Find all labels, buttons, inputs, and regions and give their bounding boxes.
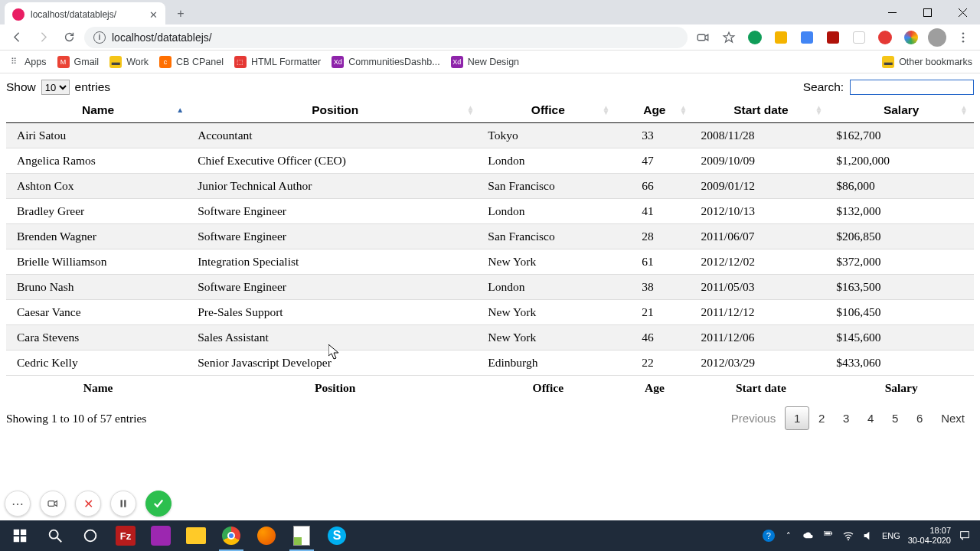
tab-favicon (12, 8, 24, 21)
table-row[interactable]: Bradley GreerSoftware EngineerLondon4120… (6, 199, 974, 224)
nav-forward-button[interactable] (32, 27, 54, 48)
length-prefix: Show (6, 80, 36, 93)
taskbar-file-explorer[interactable] (179, 520, 213, 551)
browser-toolbar: i (0, 24, 980, 51)
table-row[interactable]: Brielle WilliamsonIntegration Specialist… (6, 249, 974, 275)
pagination-next[interactable]: Next (932, 407, 974, 429)
profile-avatar[interactable] (926, 27, 948, 48)
site-info-icon[interactable]: i (93, 31, 106, 44)
cell-salary: $145,600 (828, 325, 974, 350)
window-minimize-button[interactable] (874, 0, 910, 24)
svg-point-6 (962, 36, 965, 38)
column-header[interactable]: Age▲▼ (616, 98, 693, 123)
bookmark-star-icon[interactable] (718, 27, 740, 48)
cell-office: London (480, 199, 616, 224)
recorder-cancel-button[interactable]: ✕ (75, 491, 101, 517)
browser-tab[interactable]: localhost/datatablejs/ ✕ (5, 2, 165, 27)
extension-icon-5[interactable] (848, 27, 870, 48)
window-close-button[interactable] (945, 0, 980, 24)
extension-icon-6[interactable] (874, 27, 896, 48)
bookmark-label: CB CPanel (176, 57, 224, 67)
column-header[interactable]: Office▲▼ (480, 98, 616, 123)
table-row[interactable]: Angelica RamosChief Executive Officer (C… (6, 148, 974, 174)
tab-close-icon[interactable]: ✕ (149, 9, 158, 21)
search-button[interactable] (38, 520, 72, 551)
cell-position: Pre-Sales Support (190, 300, 480, 325)
bookmark-item[interactable]: XdNew Design (451, 56, 519, 68)
address-bar[interactable]: i (84, 27, 688, 48)
bookmark-item[interactable]: ▬Work (109, 56, 149, 68)
recorder-camera-button[interactable] (40, 491, 66, 517)
sort-icon: ▲▼ (680, 106, 688, 115)
length-select[interactable]: 10 (41, 80, 70, 95)
tray-battery-icon[interactable] (822, 530, 835, 542)
cell-position: Sales Assistant (190, 325, 480, 350)
pagination-page[interactable]: 4 (858, 407, 883, 429)
table-row[interactable]: Brenden WagnerSoftware EngineerSan Franc… (6, 224, 974, 249)
recorder-done-button[interactable] (145, 491, 172, 517)
window-maximize-button[interactable] (910, 0, 945, 24)
table-row[interactable]: Caesar VancePre-Sales SupportNew York212… (6, 300, 974, 325)
extension-icon-7[interactable] (900, 27, 922, 48)
pagination-page[interactable]: 2 (809, 407, 834, 429)
other-bookmarks[interactable]: ▬ Other bookmarks (882, 56, 972, 68)
pagination-page[interactable]: 6 (907, 407, 932, 429)
column-header[interactable]: Salary▲▼ (828, 98, 974, 123)
taskbar-notepad[interactable] (285, 520, 318, 551)
browser-menu-icon[interactable] (952, 27, 974, 48)
cell-name: Cara Stevens (6, 325, 190, 350)
nav-back-button[interactable] (6, 27, 28, 48)
table-row[interactable]: Cara StevensSales AssistantNew York46201… (6, 325, 974, 350)
pagination-page[interactable]: 1 (785, 406, 809, 430)
tray-language[interactable]: ENG (882, 531, 900, 540)
nav-reload-button[interactable] (58, 27, 80, 48)
tray-chevron-up-icon[interactable]: ˄ (782, 530, 795, 542)
table-row[interactable]: Cedric KellySenior Javascript DeveloperE… (6, 350, 974, 376)
column-footer: Position (190, 376, 480, 401)
search-input[interactable] (850, 80, 974, 95)
cell-position: Software Engineer (190, 275, 480, 300)
url-input[interactable] (112, 31, 678, 44)
window-titlebar: localhost/datatablejs/ ✕ + (0, 0, 980, 24)
table-row[interactable]: Ashton CoxJunior Technical AuthorSan Fra… (6, 174, 974, 199)
svg-rect-4 (697, 34, 705, 41)
taskbar-firefox[interactable] (250, 520, 283, 551)
pagination-previous[interactable]: Previous (722, 407, 785, 429)
tray-volume-icon[interactable] (862, 530, 874, 542)
taskbar-skype[interactable]: S (320, 520, 354, 551)
column-header[interactable]: Start date▲▼ (693, 98, 828, 123)
taskbar-chrome[interactable] (214, 520, 248, 551)
recorder-more-button[interactable]: ⋯ (5, 491, 31, 517)
bookmark-item[interactable]: cCB CPanel (159, 56, 224, 68)
extension-icon-1[interactable] (744, 27, 766, 48)
extension-icon-2[interactable] (770, 27, 792, 48)
taskbar-filezilla[interactable]: Fz (109, 520, 142, 551)
tray-onedrive-icon[interactable] (802, 530, 815, 542)
tray-help-icon[interactable]: ? (763, 530, 775, 542)
recorder-pause-button[interactable] (110, 491, 136, 517)
column-header[interactable]: Name▲ (6, 98, 190, 123)
column-header[interactable]: Position▲▼ (190, 98, 480, 123)
bookmark-item[interactable]: MGmail (57, 56, 100, 68)
cortana-button[interactable] (74, 520, 107, 551)
start-button[interactable] (3, 520, 37, 551)
extension-icon-4[interactable] (822, 27, 844, 48)
taskbar-app-purple[interactable] (144, 520, 178, 551)
table-info: Showing 1 to 10 of 57 entries (6, 412, 146, 425)
bookmark-item[interactable]: ⬚HTML Formatter (234, 56, 321, 68)
tray-wifi-icon[interactable] (842, 530, 854, 542)
bookmark-item[interactable]: ⠿Apps (8, 56, 47, 68)
pagination-page[interactable]: 3 (834, 407, 858, 429)
sort-icon: ▲ (176, 108, 184, 112)
bookmark-item[interactable]: XdCommunitiesDashb... (332, 56, 440, 68)
tray-clock[interactable]: 18:07 30-04-2020 (908, 526, 951, 546)
table-row[interactable]: Bruno NashSoftware EngineerLondon382011/… (6, 275, 974, 300)
extension-icon-3[interactable] (796, 27, 818, 48)
table-row[interactable]: Airi SatouAccountantTokyo332008/11/28$16… (6, 123, 974, 148)
cell-date: 2008/11/28 (693, 123, 828, 148)
camera-icon[interactable] (692, 27, 714, 48)
pagination-page[interactable]: 5 (883, 407, 907, 429)
cell-date: 2011/12/12 (693, 300, 828, 325)
new-tab-button[interactable]: + (170, 3, 191, 24)
tray-notifications-icon[interactable] (959, 530, 971, 542)
